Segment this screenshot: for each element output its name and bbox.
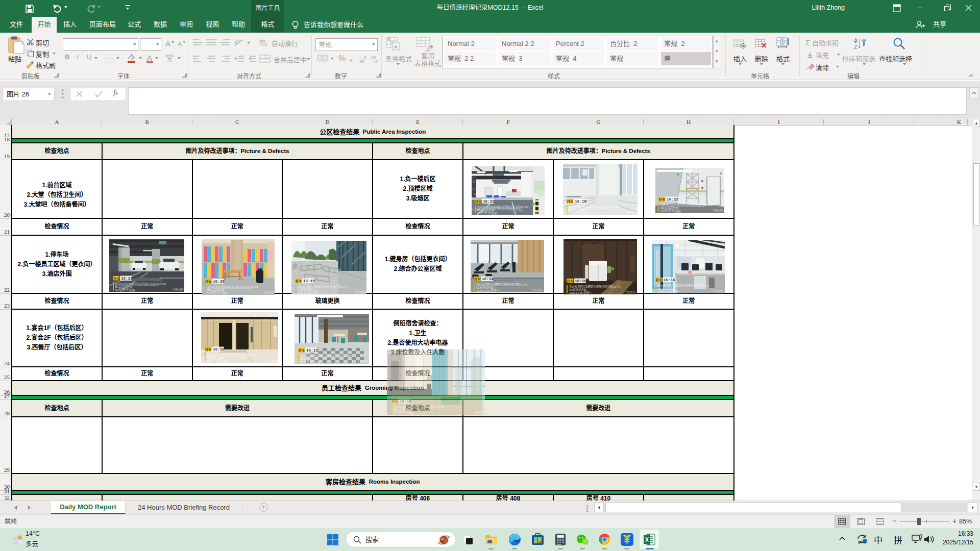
svg-text:2025.12.15 星期一: 2025.12.15 星期一 bbox=[476, 289, 499, 293]
svg-text:今日水印: 今日水印 bbox=[266, 359, 277, 362]
svg-text:打卡: 打卡 bbox=[567, 279, 573, 283]
svg-text:16:18: 16:18 bbox=[575, 199, 586, 204]
svg-text:今日水印: 今日水印 bbox=[626, 211, 636, 214]
svg-text:今日水印: 今日水印 bbox=[263, 291, 273, 294]
svg-text:2025.12.15 星期一: 2025.12.15 星期一 bbox=[297, 291, 320, 295]
svg-text:16:11: 16:11 bbox=[306, 348, 318, 353]
svg-text:今日水印: 今日水印 bbox=[713, 209, 723, 212]
svg-text:打卡: 打卡 bbox=[656, 278, 662, 282]
svg-text:→.0: →.0 bbox=[370, 59, 378, 63]
svg-text:打卡: 打卡 bbox=[113, 277, 119, 281]
svg-text:今日水印: 今日水印 bbox=[713, 289, 723, 293]
svg-text:16:12: 16:12 bbox=[213, 347, 225, 352]
svg-text:打卡: 打卡 bbox=[475, 199, 481, 204]
svg-text:2025.12.15 星期一: 2025.12.15 星期一 bbox=[207, 360, 230, 363]
svg-text:今日水印: 今日水印 bbox=[357, 360, 368, 363]
svg-text:今日水印: 今日水印 bbox=[533, 211, 543, 214]
svg-text:2025.12.15 星期一: 2025.12.15 星期一 bbox=[115, 289, 138, 292]
svg-text:16:20: 16:20 bbox=[213, 280, 225, 284]
svg-text:16:16: 16:16 bbox=[575, 279, 586, 283]
svg-text:16:16: 16:16 bbox=[664, 278, 675, 282]
svg-text:16:21: 16:21 bbox=[121, 277, 133, 281]
svg-text:2025.12.15 星期一: 2025.12.15 星期一 bbox=[394, 412, 416, 415]
svg-text:A: A bbox=[854, 37, 858, 43]
svg-text:打卡: 打卡 bbox=[296, 279, 302, 283]
svg-text:2025.12.15 星期一: 2025.12.15 星期一 bbox=[477, 212, 500, 215]
svg-text:打卡: 打卡 bbox=[205, 280, 211, 284]
svg-text:打卡: 打卡 bbox=[659, 197, 665, 202]
svg-text:ab: ab bbox=[234, 38, 241, 46]
svg-text:2025.12.15 星期一: 2025.12.15 星期一 bbox=[658, 290, 681, 294]
svg-text:2025.12.15 星期一: 2025.12.15 星期一 bbox=[300, 361, 323, 364]
svg-text:2025.12.15 星期一: 2025.12.15 星期一 bbox=[569, 212, 592, 215]
svg-text:打卡: 打卡 bbox=[567, 199, 573, 204]
svg-text:16:10: 16:10 bbox=[303, 279, 315, 283]
svg-text:≠: ≠ bbox=[394, 44, 397, 50]
svg-text:Z: Z bbox=[854, 44, 857, 50]
svg-text:打卡: 打卡 bbox=[205, 347, 211, 352]
svg-text:今日水印: 今日水印 bbox=[473, 411, 483, 414]
svg-text:打卡: 打卡 bbox=[392, 399, 398, 404]
svg-text:今日水印: 今日水印 bbox=[532, 288, 543, 292]
svg-text:今日水印: 今日水印 bbox=[625, 290, 635, 294]
svg-text:ab: ab bbox=[259, 38, 265, 44]
svg-text:H: H bbox=[426, 373, 433, 382]
svg-text:16:10: 16:10 bbox=[400, 399, 411, 404]
svg-text:今日水印: 今日水印 bbox=[173, 288, 183, 291]
svg-text:2025.12.15 星期一: 2025.12.15 星期一 bbox=[661, 210, 684, 213]
svg-text:16:22: 16:22 bbox=[667, 197, 678, 202]
svg-text:打卡: 打卡 bbox=[299, 348, 305, 353]
svg-text:打卡: 打卡 bbox=[474, 277, 480, 281]
svg-text:16:22: 16:22 bbox=[483, 199, 495, 204]
svg-text:2025.12.15 星期一: 2025.12.15 星期一 bbox=[207, 292, 230, 295]
svg-text:今日水印: 今日水印 bbox=[355, 290, 365, 294]
svg-text:.00: .00 bbox=[359, 59, 365, 63]
svg-text:2025.12.15 星期一: 2025.12.15 星期一 bbox=[569, 291, 592, 295]
svg-text:16:14: 16:14 bbox=[482, 277, 494, 281]
